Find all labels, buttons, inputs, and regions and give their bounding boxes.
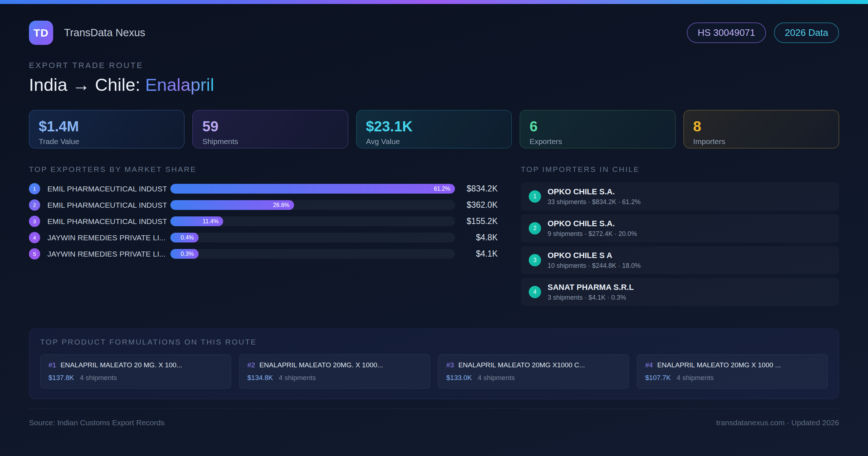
stat-card-importers: 8 Importers	[684, 110, 839, 148]
product-title-line: #3 ENALAPRIL MALEATO 20MG X1000 C...	[446, 361, 621, 369]
product-rank: #4	[645, 361, 653, 369]
content-columns: TOP EXPORTERS BY MARKET SHARE 1 EMIL PHA…	[29, 165, 839, 310]
hs-code-badge[interactable]: HS 30049071	[687, 22, 766, 43]
share-percent-label: 11.4%	[203, 218, 223, 225]
product-rank: #3	[446, 361, 454, 369]
exporter-row[interactable]: 2 EMIL PHARMACEUTICAL INDUST... 26.6% $3…	[29, 199, 498, 211]
product-value: $137.8K	[48, 374, 74, 382]
accent-gradient-bar	[0, 0, 868, 4]
rank-badge: 2	[29, 199, 40, 211]
title-route: India → Chile:	[29, 75, 145, 94]
share-percent-label: 0.3%	[181, 251, 199, 257]
importer-info: OPKO CHILE S.A. 9 shipments · $272.4K · …	[548, 219, 637, 238]
top-exporters-section: TOP EXPORTERS BY MARKET SHARE 1 EMIL PHA…	[29, 165, 498, 265]
importer-name: OPKO CHILE S A	[548, 251, 641, 260]
stat-card-trade-value: $1.4M Trade Value	[29, 110, 184, 148]
exporter-value: $4.1K	[461, 249, 498, 259]
rank-badge: 3	[529, 254, 541, 266]
importer-meta: 33 shipments · $834.2K · 61.2%	[548, 198, 641, 206]
exporter-name: EMIL PHARMACEUTICAL INDUST...	[47, 201, 167, 210]
product-rank: #2	[247, 361, 255, 369]
rank-badge: 1	[29, 183, 40, 194]
stat-card-exporters: 6 Exporters	[520, 110, 675, 148]
stat-value: 59	[202, 118, 338, 135]
importer-row[interactable]: 2 OPKO CHILE S.A. 9 shipments · $272.4K …	[521, 214, 839, 242]
product-title-line: #2 ENALAPRIL MALEATO 20MG. X 1000...	[247, 361, 422, 369]
importer-meta: 9 shipments · $272.4K · 20.0%	[548, 230, 637, 238]
product-stats-line: $133.0K 4 shipments	[446, 374, 621, 382]
stat-label: Trade Value	[39, 137, 175, 146]
product-shipments: 4 shipments	[279, 374, 316, 382]
share-percent-label: 26.6%	[273, 202, 294, 208]
importer-row[interactable]: 3 OPKO CHILE S A 10 shipments · $244.8K …	[521, 246, 839, 274]
exporter-row[interactable]: 3 EMIL PHARMACEUTICAL INDUST... 11.4% $1…	[29, 216, 498, 227]
header-badges: HS 30049071 2026 Data	[687, 22, 839, 43]
stat-value: $23.1K	[366, 118, 502, 135]
stat-label: Importers	[693, 137, 829, 146]
product-value: $134.8K	[247, 374, 273, 382]
product-rank: #1	[48, 361, 56, 369]
product-name: ENALAPRIL MALEATO 20MG. X 1000...	[259, 361, 383, 369]
product-card[interactable]: #4 ENALAPRIL MALEATO 20MG X 1000 ... $10…	[637, 354, 828, 389]
page-title: India → Chile: Enalapril	[29, 75, 839, 95]
exporter-value: $362.0K	[461, 200, 498, 210]
dashboard-page: TD TransData Nexus HS 30049071 2026 Data…	[0, 21, 868, 427]
app-name: TransData Nexus	[64, 27, 145, 39]
exporter-name: EMIL PHARMACEUTICAL INDUST...	[47, 185, 167, 193]
importer-name: OPKO CHILE S.A.	[548, 187, 641, 197]
exporters-heading: TOP EXPORTERS BY MARKET SHARE	[29, 165, 498, 174]
product-name: ENALAPRIL MALEATO 20MG X1000 C...	[458, 361, 585, 369]
product-stats-line: $134.8K 4 shipments	[247, 374, 422, 382]
exporter-value: $4.8K	[461, 233, 498, 242]
stat-value: 8	[693, 118, 829, 135]
importer-name: SANAT PHARMA S.R.L	[548, 283, 634, 292]
market-share-bar: 26.6%	[170, 200, 294, 210]
app-logo[interactable]: TD	[29, 21, 53, 45]
footer-source: Source: Indian Customs Export Records	[29, 418, 165, 427]
footer-site: transdatanexus.com · Updated 2026	[716, 418, 839, 427]
top-products-section: TOP PRODUCT FORMULATIONS ON THIS ROUTE #…	[29, 329, 839, 399]
market-share-bar-track: 11.4%	[170, 216, 455, 226]
share-percent-label: 61.2%	[434, 186, 455, 192]
product-title-line: #4 ENALAPRIL MALEATO 20MG X 1000 ...	[645, 361, 820, 369]
product-name: ENALAPRIL MALEATO 20 MG. X 100...	[60, 361, 182, 369]
exporter-row[interactable]: 1 EMIL PHARMACEUTICAL INDUST... 61.2% $8…	[29, 183, 498, 194]
product-card[interactable]: #3 ENALAPRIL MALEATO 20MG X1000 C... $13…	[438, 354, 629, 389]
importer-list: 1 OPKO CHILE S.A. 33 shipments · $834.2K…	[521, 182, 839, 306]
product-stats-line: $107.7K 4 shipments	[645, 374, 820, 382]
importer-name: OPKO CHILE S.A.	[548, 219, 637, 228]
exporter-row[interactable]: 4 JAYWIN REMEDIES PRIVATE LI... 0.4% $4.…	[29, 232, 498, 243]
products-heading: TOP PRODUCT FORMULATIONS ON THIS ROUTE	[40, 338, 828, 346]
market-share-bar: 0.3%	[170, 249, 199, 259]
product-title-line: #1 ENALAPRIL MALEATO 20 MG. X 100...	[48, 361, 223, 369]
stat-cards: $1.4M Trade Value 59 Shipments $23.1K Av…	[29, 110, 839, 148]
product-shipments: 4 shipments	[80, 374, 117, 382]
stat-label: Avg Value	[366, 137, 502, 146]
exporter-row[interactable]: 5 JAYWIN REMEDIES PRIVATE LI... 0.3% $4.…	[29, 248, 498, 259]
market-share-bar: 0.4%	[170, 233, 199, 242]
product-card[interactable]: #1 ENALAPRIL MALEATO 20 MG. X 100... $13…	[40, 354, 231, 389]
rank-badge: 2	[529, 222, 541, 235]
title-product: Enalapril	[145, 75, 214, 94]
product-card[interactable]: #2 ENALAPRIL MALEATO 20MG. X 1000... $13…	[239, 354, 430, 389]
stat-value: 6	[529, 118, 665, 135]
market-share-bar-track: 0.3%	[170, 249, 455, 259]
eyebrow-label: EXPORT TRADE ROUTE	[29, 61, 839, 70]
stat-value: $1.4M	[39, 118, 175, 135]
importer-info: OPKO CHILE S.A. 33 shipments · $834.2K ·…	[548, 187, 641, 206]
rank-badge: 4	[29, 232, 40, 243]
importer-meta: 10 shipments · $244.8K · 18.0%	[548, 262, 641, 270]
exporter-value: $155.2K	[461, 216, 498, 226]
importer-row[interactable]: 4 SANAT PHARMA S.R.L 3 shipments · $4.1K…	[521, 278, 839, 306]
rank-badge: 3	[29, 216, 40, 227]
market-share-bar-track: 0.4%	[170, 233, 455, 242]
exporter-name: JAYWIN REMEDIES PRIVATE LI...	[47, 250, 167, 258]
product-shipments: 4 shipments	[478, 374, 515, 382]
rank-badge: 4	[529, 286, 541, 298]
year-data-badge[interactable]: 2026 Data	[774, 22, 839, 43]
exporter-name: EMIL PHARMACEUTICAL INDUST...	[47, 217, 167, 226]
share-percent-label: 0.4%	[181, 235, 199, 241]
product-name: ENALAPRIL MALEATO 20MG X 1000 ...	[657, 361, 781, 369]
product-value: $133.0K	[446, 374, 472, 382]
importer-row[interactable]: 1 OPKO CHILE S.A. 33 shipments · $834.2K…	[521, 182, 839, 211]
